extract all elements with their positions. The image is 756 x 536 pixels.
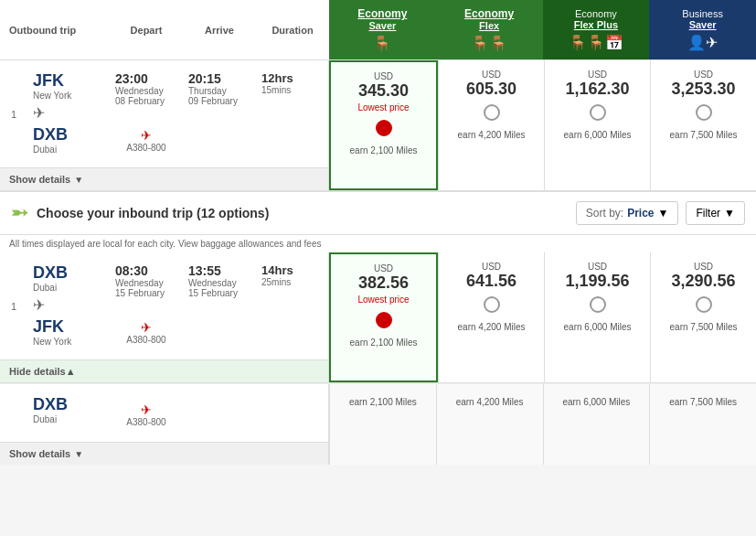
radio-unselected[interactable] xyxy=(590,296,606,313)
depart-header: Depart xyxy=(110,0,183,59)
inbound-fare-eco-saver[interactable]: USD 382.56 Lowest price earn 2,100 Miles xyxy=(329,252,438,382)
outbound-fare-cells: USD 345.30 Lowest price earn 2,100 Miles… xyxy=(329,60,756,190)
radio-unselected[interactable] xyxy=(484,296,500,313)
disclaimer-text: All times displayed are local for each c… xyxy=(0,235,756,252)
sort-button[interactable]: Sort by: Price ▼ xyxy=(576,201,679,225)
inbound-row-number: 1 xyxy=(0,260,27,352)
chevron-down-icon: ▼ xyxy=(74,449,83,459)
fare-header-eco-flex-plus: Economy Flex Plus 🪑🪑📅 xyxy=(543,0,650,59)
inbound-fare-cells: USD 382.56 Lowest price earn 2,100 Miles… xyxy=(329,252,756,382)
outbound-fare-eco-flex-plus[interactable]: USD 1,162.30 earn 6,000 Miles xyxy=(544,60,650,190)
second-leg-fare-eco-flex: earn 4,200 Miles xyxy=(436,384,543,465)
inbound-fare-eco-flex-plus[interactable]: USD 1,199.56 earn 6,000 Miles xyxy=(544,252,650,382)
radio-selected[interactable] xyxy=(376,312,392,328)
second-leg-airports: DXB Dubai xyxy=(27,391,110,434)
inbound-section-header: ➵ Choose your inbound trip (12 options) … xyxy=(0,191,756,235)
inbound-depart-times: 08:30 Wednesday 15 February ✈ A380-800 xyxy=(110,260,183,352)
second-leg-times: ✈ A380-800 xyxy=(110,391,183,434)
inbound-duration: 14hrs 25mins xyxy=(256,260,329,352)
header-row: Outbound trip Depart Arrive Duration Eco… xyxy=(0,0,756,60)
radio-unselected[interactable] xyxy=(696,104,712,121)
outbound-flight-row: 1 JFK New York ✈ DXB Dubai 23:00 Wednesd… xyxy=(0,60,756,191)
inbound-arrive-times: 13:55 Wednesday 15 February xyxy=(183,260,256,352)
second-leg-aircraft: ✈ A380-800 xyxy=(115,399,177,431)
inbound-fare-biz-saver[interactable]: USD 3,290.56 earn 7,500 Miles xyxy=(650,252,756,382)
outbound-trip-header: Outbound trip xyxy=(0,0,110,59)
second-leg-fare-eco-flex-plus: earn 6,000 Miles xyxy=(543,384,650,465)
filter-button[interactable]: Filter ▼ xyxy=(686,201,745,225)
radio-selected[interactable] xyxy=(376,120,392,136)
inbound-title: ➵ Choose your inbound trip (12 options) xyxy=(11,201,269,225)
chevron-down-icon: ▼ xyxy=(724,207,735,220)
duration-header: Duration xyxy=(256,0,329,59)
radio-unselected[interactable] xyxy=(484,104,500,121)
chevron-down-icon: ▼ xyxy=(658,207,669,220)
outbound-flight-info: 1 JFK New York ✈ DXB Dubai 23:00 Wednesd… xyxy=(0,60,329,190)
inbound-airports: DXB Dubai ✈ JFK New York xyxy=(27,260,110,352)
outbound-fare-eco-saver[interactable]: USD 345.30 Lowest price earn 2,100 Miles xyxy=(329,60,438,190)
fare-header-biz-saver: Business Saver 👤✈ xyxy=(649,0,756,59)
inbound-flight-main: 1 DXB Dubai ✈ JFK New York 08:30 Wednesd… xyxy=(0,252,328,359)
inbound-flight-row: 1 DXB Dubai ✈ JFK New York 08:30 Wednesd… xyxy=(0,252,756,383)
outbound-airports: JFK New York ✈ DXB Dubai xyxy=(27,68,110,160)
outbound-arrive-times: 20:15 Thursday 09 February xyxy=(183,68,256,160)
fare-header-eco-flex: Economy Flex 🪑🪑 xyxy=(436,0,543,59)
inbound-fare-eco-flex[interactable]: USD 641.56 earn 4,200 Miles xyxy=(438,252,544,382)
radio-unselected[interactable] xyxy=(590,104,606,121)
header-trip-info: Outbound trip Depart Arrive Duration xyxy=(0,0,329,59)
outbound-show-details[interactable]: Show details ▼ xyxy=(0,167,328,190)
outbound-flight-main: 1 JFK New York ✈ DXB Dubai 23:00 Wednesd… xyxy=(0,60,328,167)
chevron-down-icon: ▼ xyxy=(74,175,83,185)
outbound-row-number: 1 xyxy=(0,68,27,160)
second-leg-fare-cells: earn 2,100 Miles earn 4,200 Miles earn 6… xyxy=(329,384,756,465)
inbound-hide-details[interactable]: Hide details ▲ xyxy=(0,359,328,382)
inbound-flight-info: 1 DXB Dubai ✈ JFK New York 08:30 Wednesd… xyxy=(0,252,329,382)
second-leg-main: DXB Dubai ✈ A380-800 xyxy=(0,384,328,442)
second-leg-fare-eco-saver: earn 2,100 Miles xyxy=(329,384,436,465)
second-leg-fare-biz-saver: earn 7,500 Miles xyxy=(649,384,756,465)
outbound-duration: 12hrs 15mins xyxy=(256,68,329,160)
sort-filter-controls: Sort by: Price ▼ Filter ▼ xyxy=(576,201,745,225)
page-container: Outbound trip Depart Arrive Duration Eco… xyxy=(0,0,756,465)
inbound-aircraft-info: ✈ A380-800 xyxy=(115,316,177,348)
inbound-plane-icon: ➵ xyxy=(11,201,27,225)
outbound-fare-eco-flex[interactable]: USD 605.30 earn 4,200 Miles xyxy=(438,60,544,190)
fare-header-eco-saver: Economy Saver 🪑 xyxy=(329,0,436,59)
second-leg-info: DXB Dubai ✈ A380-800 Show details ▼ xyxy=(0,384,329,465)
outbound-depart-times: 23:00 Wednesday 08 February ✈ A380-800 xyxy=(110,68,183,160)
second-leg-show-details[interactable]: Show details ▼ xyxy=(0,442,328,465)
second-leg-row: DXB Dubai ✈ A380-800 Show details ▼ xyxy=(0,383,756,465)
chevron-up-icon: ▲ xyxy=(66,366,76,377)
arrive-header: Arrive xyxy=(183,0,256,59)
outbound-fare-biz-saver[interactable]: USD 3,253.30 earn 7,500 Miles xyxy=(650,60,756,190)
outbound-aircraft-info: ✈ A380-800 xyxy=(115,124,177,156)
radio-unselected[interactable] xyxy=(696,296,712,313)
second-leg-row-number xyxy=(0,391,27,434)
